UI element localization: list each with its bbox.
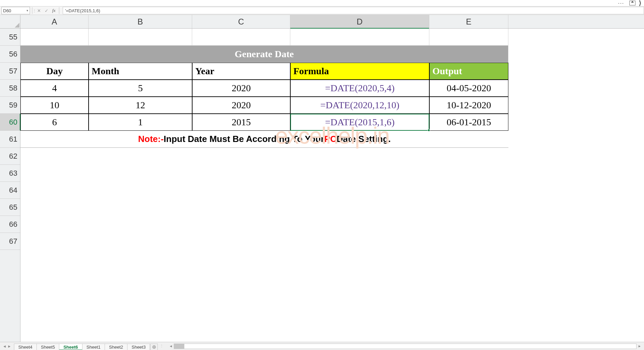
row-header[interactable]: 59 — [0, 97, 20, 114]
scrollbar-thumb[interactable] — [174, 344, 184, 349]
sheet-tab[interactable]: Sheet1 — [82, 344, 105, 350]
sheet-tab[interactable]: Sheet5 — [36, 344, 59, 350]
select-all-corner[interactable] — [0, 15, 20, 29]
row-header[interactable]: 56 — [0, 46, 20, 63]
name-box-value: D60 — [3, 8, 11, 13]
header-day[interactable]: Day — [20, 63, 89, 80]
column-headers: A B C D E — [20, 15, 644, 29]
header-formula[interactable]: Formula — [290, 63, 429, 80]
header-month[interactable]: Month — [89, 63, 192, 80]
column-header-A[interactable]: A — [20, 15, 89, 28]
cell[interactable]: 10 — [20, 97, 89, 114]
row-header[interactable]: 67 — [0, 233, 20, 250]
overflow-dots-icon[interactable]: ⋯ — [618, 1, 625, 5]
cell-selected[interactable]: =DATE(2015,1,6) — [290, 114, 429, 131]
ribbon-collapse-icon[interactable] — [629, 1, 635, 5]
fx-icon[interactable]: fx — [50, 8, 58, 13]
row-header[interactable]: 58 — [0, 80, 20, 97]
cell[interactable]: 10-12-2020 — [429, 97, 508, 114]
row-header[interactable]: 60 — [0, 114, 20, 131]
cell[interactable] — [20, 216, 508, 233]
divider: ⋮ — [160, 343, 162, 350]
row-header[interactable]: 63 — [0, 165, 20, 182]
cell[interactable]: 1 — [89, 114, 192, 131]
formula-input-value: '=DATE(2015,1,6) — [65, 8, 100, 13]
column-header-E[interactable]: E — [429, 15, 508, 28]
row-header[interactable]: 57 — [0, 63, 20, 80]
row-header[interactable]: 61 — [0, 131, 20, 148]
cell[interactable] — [20, 29, 89, 46]
header-year[interactable]: Year — [192, 63, 290, 80]
note-label: Note:- — [138, 134, 164, 144]
cell[interactable]: 2015 — [192, 114, 290, 131]
cell[interactable]: 5 — [89, 80, 192, 97]
window-titlebar: ⋯ ⟩ — [0, 0, 644, 6]
note-text: Input Date Must Be According To Your — [164, 134, 324, 144]
formula-input[interactable]: '=DATE(2015,1,6) — [63, 7, 644, 14]
tab-prev-icon[interactable]: ◄ — [3, 344, 6, 348]
cell[interactable] — [192, 29, 290, 46]
cells-area[interactable]: Generate Date Day Month Year Formula Out… — [20, 29, 644, 342]
row-header[interactable]: 65 — [0, 199, 20, 216]
cell[interactable]: =DATE(2020,12,10) — [290, 97, 429, 114]
row-header[interactable]: 62 — [0, 148, 20, 165]
divider — [59, 7, 59, 14]
cell[interactable]: 2020 — [192, 80, 290, 97]
sheet-tab[interactable]: Sheet3 — [127, 344, 150, 350]
note-row[interactable]: Note:- Input Date Must Be According To Y… — [20, 131, 508, 148]
cell[interactable] — [20, 233, 508, 250]
sheet-tab-active[interactable]: Sheet6 — [59, 344, 82, 350]
cell[interactable]: 6 — [20, 114, 89, 131]
row-header[interactable]: 64 — [0, 182, 20, 199]
row-header[interactable]: 55 — [0, 29, 20, 46]
cancel-formula-button[interactable]: ✕ — [35, 8, 43, 13]
scroll-right-icon[interactable]: ► — [637, 344, 642, 349]
cell[interactable]: 12 — [89, 97, 192, 114]
column-header-D[interactable]: D — [290, 15, 429, 28]
new-sheet-button[interactable]: ⊕ — [150, 344, 158, 350]
row-headers: 55 56 57 58 59 60 61 62 63 64 65 66 67 — [0, 29, 20, 342]
cell[interactable]: =DATE(2020,5,4) — [290, 80, 429, 97]
row-header[interactable]: 66 — [0, 216, 20, 233]
note-pc: PC — [324, 134, 337, 144]
cell[interactable] — [20, 148, 508, 165]
header-output[interactable]: Output — [429, 63, 508, 80]
name-box[interactable]: D60 ▾ — [1, 7, 30, 14]
formula-bar: D60 ▾ ⋮ ✕ ✓ fx '=DATE(2015,1,6) — [0, 6, 644, 15]
sheet-tabs: Sheet4 Sheet5 Sheet6 Sheet1 Sheet2 Sheet… — [14, 342, 158, 350]
confirm-formula-button[interactable]: ✓ — [43, 8, 50, 13]
close-icon[interactable]: ⟩ — [639, 0, 641, 7]
horizontal-scrollbar[interactable]: ◄ ► — [174, 344, 637, 349]
cell[interactable]: 04-05-2020 — [429, 80, 508, 97]
cell[interactable] — [20, 182, 508, 199]
sheet-tab[interactable]: Sheet2 — [105, 344, 127, 350]
chevron-down-icon[interactable]: ▾ — [27, 9, 28, 12]
column-header-B[interactable]: B — [89, 15, 192, 28]
cell[interactable] — [290, 29, 429, 46]
note-tail: Date Setting. — [337, 134, 391, 144]
divider — [32, 7, 32, 14]
sheet-tab[interactable]: Sheet4 — [14, 344, 37, 350]
title-banner[interactable]: Generate Date — [20, 46, 508, 63]
scroll-left-icon[interactable]: ◄ — [168, 344, 173, 349]
cell[interactable]: 2020 — [192, 97, 290, 114]
cell[interactable] — [89, 29, 192, 46]
cell[interactable] — [20, 199, 508, 216]
column-header-C[interactable]: C — [192, 15, 290, 28]
cell[interactable]: 4 — [20, 80, 89, 97]
cell[interactable] — [20, 165, 508, 182]
cell[interactable] — [429, 29, 508, 46]
spreadsheet-grid[interactable]: A B C D E 55 56 57 58 59 60 61 62 63 64 … — [0, 15, 644, 342]
tab-next-icon[interactable]: ► — [7, 344, 11, 348]
cell[interactable]: 06-01-2015 — [429, 114, 508, 131]
status-bar: ◄ ► Sheet4 Sheet5 Sheet6 Sheet1 Sheet2 S… — [0, 342, 644, 350]
tab-nav: ◄ ► — [0, 344, 14, 348]
